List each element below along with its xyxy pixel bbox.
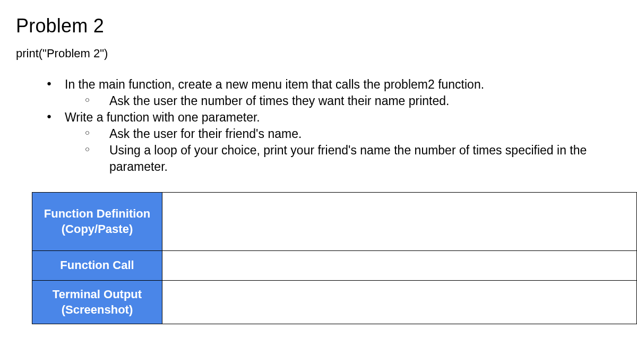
table-row: Terminal Output (Screenshot) (32, 281, 637, 324)
row-value-function-call[interactable] (162, 251, 637, 281)
table-row: Function Definition (Copy/Paste) (32, 193, 637, 251)
problem-heading: Problem 2 (16, 15, 621, 37)
bullet-level2: Ask the user the number of times they wa… (85, 93, 621, 109)
table-row: Function Call (32, 251, 637, 281)
bullet-level2: Using a loop of your choice, print your … (85, 142, 621, 175)
bullet-level2: Ask the user for their friend's name. (85, 126, 621, 142)
bullet-level1: Write a function with one parameter. (47, 109, 621, 126)
code-line: print("Problem 2") (16, 47, 621, 60)
instruction-list: In the main function, create a new menu … (16, 76, 621, 175)
row-label-terminal-output: Terminal Output (Screenshot) (32, 281, 162, 324)
row-value-function-definition[interactable] (162, 193, 637, 251)
row-value-terminal-output[interactable] (162, 281, 637, 324)
answer-table: Function Definition (Copy/Paste) Functio… (32, 192, 637, 324)
bullet-level1: In the main function, create a new menu … (47, 76, 621, 93)
row-label-function-call: Function Call (32, 251, 162, 281)
row-label-function-definition: Function Definition (Copy/Paste) (32, 193, 162, 251)
